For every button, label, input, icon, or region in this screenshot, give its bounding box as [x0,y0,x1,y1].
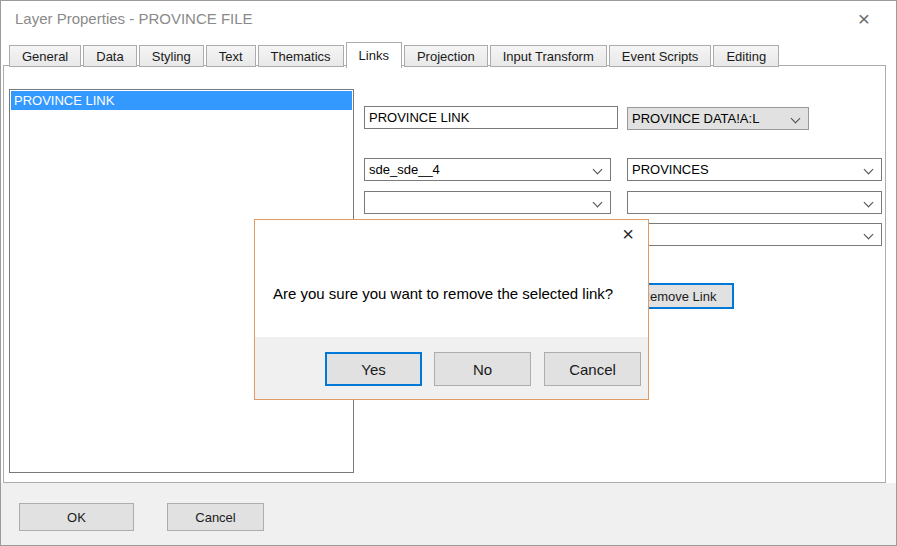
target-dropdown[interactable]: PROVINCE DATA!A:L [627,107,809,130]
tab-editing[interactable]: Editing [713,45,779,67]
dialog-footer [1,483,897,546]
tab-text[interactable]: Text [206,45,256,67]
chevron-down-icon [864,165,874,175]
chevron-down-icon [791,114,801,124]
confirm-message: Are you sure you want to remove the sele… [273,285,613,302]
close-icon[interactable]: × [616,222,640,246]
chevron-down-icon [864,198,874,208]
ok-button[interactable]: OK [19,503,134,531]
tab-links[interactable]: Links [346,42,402,68]
target-column-dropdown-3[interactable] [627,223,882,246]
confirm-remove-dialog: × Are you sure you want to remove the se… [254,219,649,400]
target-column-dropdown-2[interactable] [627,191,882,214]
window-title: Layer Properties - PROVINCE FILE [15,10,253,27]
chevron-down-icon [593,198,603,208]
link-column-dropdown-2[interactable] [364,191,611,214]
chevron-down-icon [864,230,874,240]
chevron-down-icon [593,165,603,175]
layer-properties-window: Layer Properties - PROVINCE FILE × Gener… [0,0,897,546]
target-column-dropdown-1-value: PROVINCES [632,162,709,177]
link-column-dropdown-1-value: sde_sde__4 [369,162,440,177]
window-close-icon[interactable]: × [850,6,878,32]
tab-strip: General Data Styling Text Thematics Link… [9,41,781,67]
list-item-province-link[interactable]: PROVINCE LINK [11,91,352,110]
tab-styling[interactable]: Styling [139,45,204,67]
tab-data[interactable]: Data [83,45,136,67]
tab-general[interactable]: General [9,45,81,67]
cancel-button[interactable]: Cancel [167,503,264,531]
name-input[interactable] [364,106,618,129]
tab-projection[interactable]: Projection [404,45,488,67]
target-column-dropdown-1[interactable]: PROVINCES [627,158,882,181]
cancel-confirm-button[interactable]: Cancel [544,352,641,386]
no-button[interactable]: No [434,352,531,386]
yes-button[interactable]: Yes [325,352,422,386]
tab-input-transform[interactable]: Input Transform [490,45,607,67]
target-dropdown-value: PROVINCE DATA!A:L [632,111,759,126]
tab-thematics[interactable]: Thematics [258,45,344,67]
link-column-dropdown-1[interactable]: sde_sde__4 [364,158,611,181]
tab-event-scripts[interactable]: Event Scripts [609,45,712,67]
